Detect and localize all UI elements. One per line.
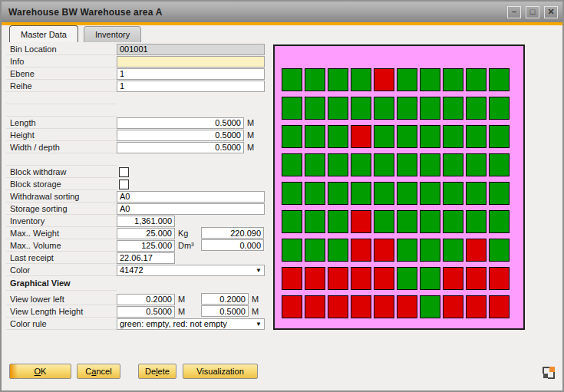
bin-cell-r8-c7-empty[interactable] <box>420 267 440 290</box>
bin-cell-r1-c6-empty[interactable] <box>397 68 417 91</box>
bin-cell-r5-c2-empty[interactable] <box>305 182 325 205</box>
max-weight-input[interactable]: 25.000 <box>117 228 175 239</box>
bin-cell-r4-c8-empty[interactable] <box>443 153 463 176</box>
bin-cell-r9-c1-not-empty[interactable] <box>282 295 302 318</box>
bin-cell-r1-c5-not-empty[interactable] <box>374 68 394 91</box>
bin-cell-r2-c7-empty[interactable] <box>420 97 440 120</box>
bin-cell-r1-c2-empty[interactable] <box>305 68 325 91</box>
max-volume-input-2[interactable]: 0.000 <box>201 239 264 251</box>
bin-cell-r4-c5-empty[interactable] <box>374 153 394 176</box>
ok-button[interactable]: OK <box>9 364 71 379</box>
bin-cell-r1-c1-empty[interactable] <box>282 68 302 91</box>
bin-cell-r5-c7-empty[interactable] <box>420 182 440 205</box>
color-dropdown[interactable]: 41472▼ <box>117 265 265 276</box>
bin-cell-r3-c1-empty[interactable] <box>282 125 302 148</box>
bin-cell-r1-c4-empty[interactable] <box>351 68 371 91</box>
bin-cell-r9-c9-not-empty[interactable] <box>466 295 486 318</box>
bin-cell-r7-c9-not-empty[interactable] <box>466 239 486 262</box>
bin-cell-r1-c3-empty[interactable] <box>328 68 348 91</box>
bin-cell-r2-c8-empty[interactable] <box>443 97 463 120</box>
close-icon[interactable]: ✕ <box>544 6 558 18</box>
resize-grip-icon[interactable] <box>543 367 555 379</box>
bin-cell-r8-c1-not-empty[interactable] <box>282 267 302 290</box>
bin-cell-r7-c10-empty[interactable] <box>489 239 510 262</box>
bin-cell-r5-c6-empty[interactable] <box>397 182 417 205</box>
max-weight-input-2[interactable]: 220.090 <box>201 227 264 239</box>
bin-cell-r4-c9-empty[interactable] <box>466 153 486 176</box>
bin-cell-r5-c3-empty[interactable] <box>328 182 348 205</box>
length-input[interactable]: 0.5000 <box>117 117 244 129</box>
bin-cell-r5-c4-empty[interactable] <box>351 182 371 205</box>
bin-cell-r9-c4-not-empty[interactable] <box>351 295 371 318</box>
bin-cell-r3-c4-not-empty[interactable] <box>351 125 371 148</box>
tab-master-data[interactable]: Master Data <box>9 25 78 42</box>
view-lower-left-input-2[interactable]: 0.2000 <box>201 293 249 305</box>
bin-cell-r7-c2-empty[interactable] <box>305 239 325 262</box>
ebene-input[interactable]: 1 <box>117 68 265 80</box>
width-depth-input[interactable]: 0.5000 <box>117 142 244 153</box>
bin-cell-r5-c8-empty[interactable] <box>443 182 463 205</box>
bin-cell-r9-c10-not-empty[interactable] <box>489 295 510 318</box>
bin-cell-r6-c4-not-empty[interactable] <box>351 210 371 233</box>
bin-cell-r7-c4-not-empty[interactable] <box>351 239 371 262</box>
color-rule-dropdown[interactable]: green: empty, red: not empty▼ <box>117 318 265 330</box>
bin-cell-r9-c2-not-empty[interactable] <box>305 295 325 318</box>
withdrawal-sorting-input[interactable]: A0 <box>117 191 265 203</box>
bin-cell-r8-c4-not-empty[interactable] <box>351 267 371 290</box>
bin-cell-r8-c6-empty[interactable] <box>397 267 417 290</box>
bin-cell-r3-c8-empty[interactable] <box>443 125 463 148</box>
bin-cell-r8-c10-not-empty[interactable] <box>489 267 510 290</box>
bin-cell-r6-c10-empty[interactable] <box>489 210 510 233</box>
bin-cell-r7-c1-empty[interactable] <box>282 239 302 262</box>
bin-cell-r6-c7-empty[interactable] <box>420 210 440 233</box>
max-volume-input[interactable]: 125.000 <box>117 240 175 252</box>
bin-cell-r8-c8-not-empty[interactable] <box>443 267 463 290</box>
view-length-height-input[interactable]: 0.5000 <box>117 306 175 318</box>
bin-cell-r4-c7-empty[interactable] <box>420 153 440 176</box>
bin-cell-r8-c3-not-empty[interactable] <box>328 267 348 290</box>
bin-cell-r9-c3-not-empty[interactable] <box>328 295 348 318</box>
cancel-button[interactable]: Cancel <box>77 364 120 379</box>
bin-cell-r8-c5-not-empty[interactable] <box>374 267 394 290</box>
bin-cell-r6-c1-empty[interactable] <box>282 210 302 233</box>
bin-cell-r1-c9-empty[interactable] <box>466 68 486 91</box>
bin-cell-r4-c1-empty[interactable] <box>282 153 302 176</box>
bin-cell-r2-c2-empty[interactable] <box>305 97 325 120</box>
bin-cell-r6-c8-empty[interactable] <box>443 210 463 233</box>
bin-cell-r7-c7-empty[interactable] <box>420 239 440 262</box>
bin-cell-r7-c5-not-empty[interactable] <box>374 239 394 262</box>
height-input[interactable]: 0.5000 <box>117 130 244 141</box>
bin-cell-r4-c3-empty[interactable] <box>328 153 348 176</box>
bin-cell-r3-c2-empty[interactable] <box>305 125 325 148</box>
bin-cell-r6-c9-empty[interactable] <box>466 210 486 233</box>
bin-cell-r2-c9-empty[interactable] <box>466 97 486 120</box>
view-length-height-input-2[interactable]: 0.5000 <box>201 305 249 317</box>
bin-cell-r6-c5-empty[interactable] <box>374 210 394 233</box>
bin-cell-r4-c4-empty[interactable] <box>351 153 371 176</box>
maximize-icon[interactable]: □ <box>526 6 539 18</box>
storage-sorting-input[interactable]: A0 <box>117 203 265 215</box>
bin-cell-r3-c6-empty[interactable] <box>397 125 417 148</box>
bin-cell-r6-c6-empty[interactable] <box>397 210 417 233</box>
bin-cell-r4-c2-empty[interactable] <box>305 153 325 176</box>
bin-cell-r2-c6-empty[interactable] <box>397 97 417 120</box>
bin-cell-r4-c6-empty[interactable] <box>397 153 417 176</box>
bin-cell-r9-c8-not-empty[interactable] <box>443 295 463 318</box>
bin-cell-r3-c5-empty[interactable] <box>374 125 394 148</box>
bin-cell-r5-c9-empty[interactable] <box>466 182 486 205</box>
delete-button[interactable]: Delete <box>138 364 176 379</box>
bin-cell-r7-c6-empty[interactable] <box>397 239 417 262</box>
info-input[interactable] <box>117 56 265 68</box>
bin-cell-r5-c10-empty[interactable] <box>489 182 510 205</box>
view-lower-left-input[interactable]: 0.2000 <box>117 294 175 305</box>
block-storage-checkbox[interactable] <box>119 180 129 189</box>
bin-cell-r6-c3-empty[interactable] <box>328 210 348 233</box>
bin-cell-r1-c10-empty[interactable] <box>489 68 510 91</box>
bin-cell-r7-c3-empty[interactable] <box>328 239 348 262</box>
bin-cell-r2-c1-empty[interactable] <box>282 97 302 120</box>
bin-cell-r3-c9-empty[interactable] <box>466 125 486 148</box>
bin-cell-r8-c2-not-empty[interactable] <box>305 267 325 290</box>
last-receipt-input[interactable]: 22.06.17 <box>117 252 175 264</box>
bin-cell-r3-c3-empty[interactable] <box>328 125 348 148</box>
bin-cell-r4-c10-empty[interactable] <box>489 153 510 176</box>
